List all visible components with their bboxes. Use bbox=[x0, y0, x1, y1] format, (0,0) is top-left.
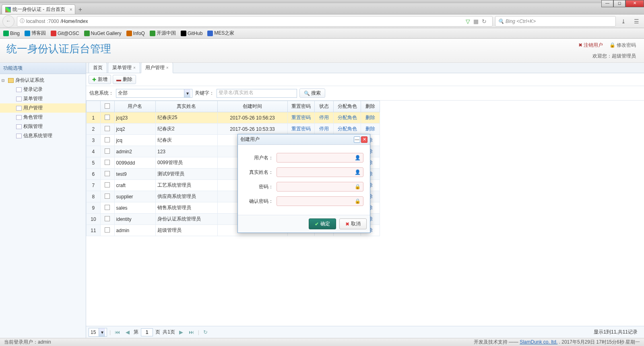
browser-chrome: — ◻ ✕ 统一身份认证 - 后台首页 × + ← ⓘ localhost:70… bbox=[0, 0, 644, 39]
content-tab[interactable]: 菜单管理× bbox=[108, 63, 140, 73]
logout-link[interactable]: ✖ 注销用户 bbox=[578, 42, 603, 48]
bookmark-item[interactable]: 博客园 bbox=[25, 30, 46, 37]
back-button[interactable]: ← bbox=[2, 15, 14, 27]
row-checkbox[interactable] bbox=[105, 115, 110, 120]
col-realname[interactable]: 真实姓名 bbox=[155, 101, 217, 112]
prev-page-button[interactable]: ◀ bbox=[124, 329, 131, 335]
tree-item[interactable]: 信息系统管理 bbox=[0, 131, 86, 140]
row-checkbox[interactable] bbox=[105, 227, 110, 233]
row-checkbox[interactable] bbox=[105, 137, 110, 142]
row-checkbox[interactable] bbox=[105, 182, 110, 187]
shield-icon[interactable]: ▽ bbox=[466, 18, 470, 25]
download-icon[interactable]: ⤓ bbox=[618, 16, 629, 27]
row-checkbox[interactable] bbox=[105, 171, 110, 176]
url-host: localhost bbox=[26, 19, 45, 24]
create-user-dialog: 创建用户 — ✕ 用户名：👤 真实姓名：👤 密码：🔒 确认密码：🔒 ✔确定 ✖取… bbox=[237, 134, 370, 233]
tab-close-icon[interactable]: × bbox=[166, 66, 169, 70]
add-button[interactable]: ✚新增 bbox=[89, 75, 111, 84]
bookmark-item[interactable]: MES之家 bbox=[207, 30, 234, 37]
file-icon bbox=[16, 87, 22, 92]
dialog-minimize-icon[interactable]: — bbox=[354, 136, 360, 143]
url-input[interactable]: ⓘ localhost:7000/Home/Index ▽ ▦ ↻ bbox=[17, 16, 493, 27]
delete-link[interactable]: 删除 bbox=[365, 126, 375, 132]
col-username[interactable]: 用户名 bbox=[114, 101, 155, 112]
window-maximize-button[interactable]: ◻ bbox=[613, 0, 625, 7]
username-input[interactable]: 👤 bbox=[277, 153, 363, 163]
support-link[interactable]: SlamDunk co. ltd. bbox=[520, 339, 557, 345]
tree-item[interactable]: 角色管理 bbox=[0, 113, 86, 122]
tree-item[interactable]: 菜单管理 bbox=[0, 94, 86, 103]
assign-role-link[interactable]: 分配角色 bbox=[338, 115, 357, 120]
delete-link[interactable]: 删除 bbox=[365, 115, 375, 120]
window-close-button[interactable]: ✕ bbox=[625, 0, 644, 7]
col-checkbox[interactable] bbox=[100, 101, 114, 112]
bookmark-item[interactable]: NuGet Gallery bbox=[84, 31, 122, 36]
tree-root[interactable]: ⊟ 身份认证系统 bbox=[0, 76, 86, 85]
row-checkbox[interactable] bbox=[105, 148, 110, 154]
bookmark-item[interactable]: 开源中国 bbox=[150, 30, 176, 37]
window-minimize-button[interactable]: — bbox=[601, 0, 613, 7]
row-checkbox[interactable] bbox=[105, 194, 110, 199]
password-input[interactable]: 🔒 bbox=[277, 182, 363, 192]
tab-close-icon[interactable]: × bbox=[133, 66, 136, 70]
system-combo[interactable]: 全部▾ bbox=[116, 89, 192, 98]
file-icon bbox=[16, 106, 22, 111]
disable-link[interactable]: 停用 bbox=[319, 126, 329, 132]
delete-button[interactable]: ▬删除 bbox=[113, 75, 136, 84]
last-page-button[interactable]: ⏭ bbox=[187, 329, 196, 335]
change-password-link[interactable]: 🔒 修改密码 bbox=[609, 42, 636, 48]
user-icon: 👤 bbox=[355, 155, 361, 161]
first-page-button[interactable]: ⏮ bbox=[113, 329, 122, 335]
dialog-close-icon[interactable]: ✕ bbox=[361, 136, 367, 143]
row-checkbox[interactable] bbox=[105, 216, 110, 221]
content-tab[interactable]: 首页 bbox=[89, 63, 107, 73]
ok-button[interactable]: ✔确定 bbox=[309, 218, 336, 229]
col-created[interactable]: 创建时间 bbox=[217, 101, 287, 112]
browser-search-input[interactable]: 🔍 Bing <Ctrl+K> bbox=[495, 16, 616, 27]
row-checkbox[interactable] bbox=[105, 126, 110, 131]
pager: 15▾ | ⏮ ◀ 第 页 共1页 ▶ ⏭ | ↻ 显示1到11,共11记录 bbox=[86, 326, 644, 338]
keyword-input[interactable]: 登录名/真实姓名 bbox=[217, 89, 297, 98]
total-pages: 共1页 bbox=[163, 329, 175, 336]
refresh-button[interactable]: ↻ bbox=[202, 329, 209, 335]
reset-password-link[interactable]: 重置密码 bbox=[291, 115, 311, 120]
row-checkbox[interactable] bbox=[105, 205, 110, 210]
tree-item[interactable]: 权限管理 bbox=[0, 122, 86, 131]
tab-close-icon[interactable]: × bbox=[70, 7, 72, 12]
disable-link[interactable]: 停用 bbox=[319, 115, 329, 120]
new-tab-button[interactable]: + bbox=[75, 5, 85, 14]
assign-role-link[interactable]: 分配角色 bbox=[338, 126, 357, 132]
realname-input[interactable]: 👤 bbox=[277, 167, 363, 177]
status-datetime: 2017年5月29日 17时15分6秒 星期一 bbox=[561, 339, 640, 345]
qr-icon[interactable]: ▦ bbox=[473, 18, 479, 25]
browser-tab[interactable]: 统一身份认证 - 后台首页 × bbox=[2, 4, 75, 14]
reload-icon[interactable]: ↻ bbox=[482, 18, 487, 25]
reset-password-link[interactable]: 重置密码 bbox=[291, 126, 311, 132]
col-delete: 删除 bbox=[361, 101, 380, 112]
content-tab[interactable]: 用户管理× bbox=[141, 63, 173, 73]
browser-tab-strip: 统一身份认证 - 后台首页 × + bbox=[0, 3, 644, 14]
filter-system-label: 信息系统： bbox=[89, 90, 114, 97]
confirm-password-input[interactable]: 🔒 bbox=[277, 196, 363, 206]
table-row[interactable]: 1jcq23纪春庆252017-05-26 10:56:23重置密码停用分配角色… bbox=[87, 112, 380, 124]
table-row[interactable]: 2jcq2纪春庆22017-05-26 10:53:33重置密码停用分配角色删除 bbox=[87, 124, 380, 135]
cancel-button[interactable]: ✖取消 bbox=[339, 218, 367, 229]
collapse-icon[interactable]: ⊟ bbox=[2, 78, 6, 83]
tree-item[interactable]: 用户管理 bbox=[0, 103, 86, 113]
bookmark-item[interactable]: Git@OSC bbox=[51, 31, 79, 36]
search-icon: 🔍 bbox=[304, 91, 310, 96]
bookmark-item[interactable]: InfoQ bbox=[126, 31, 145, 36]
hamburger-icon[interactable]: ☰ bbox=[631, 16, 642, 27]
row-checkbox[interactable] bbox=[105, 160, 110, 165]
bookmark-icon bbox=[51, 31, 56, 36]
bookmark-item[interactable]: GitHub bbox=[181, 31, 202, 36]
dialog-titlebar[interactable]: 创建用户 — ✕ bbox=[238, 134, 370, 145]
next-page-button[interactable]: ▶ bbox=[178, 329, 185, 335]
tree-item[interactable]: 登录记录 bbox=[0, 85, 86, 94]
search-button[interactable]: 🔍搜索 bbox=[299, 89, 325, 98]
page-input[interactable] bbox=[141, 328, 153, 336]
file-icon bbox=[16, 134, 22, 138]
page-size-combo[interactable]: 15▾ bbox=[89, 328, 107, 337]
user-icon: 👤 bbox=[355, 169, 361, 175]
bookmark-item[interactable]: Bing bbox=[3, 31, 20, 36]
